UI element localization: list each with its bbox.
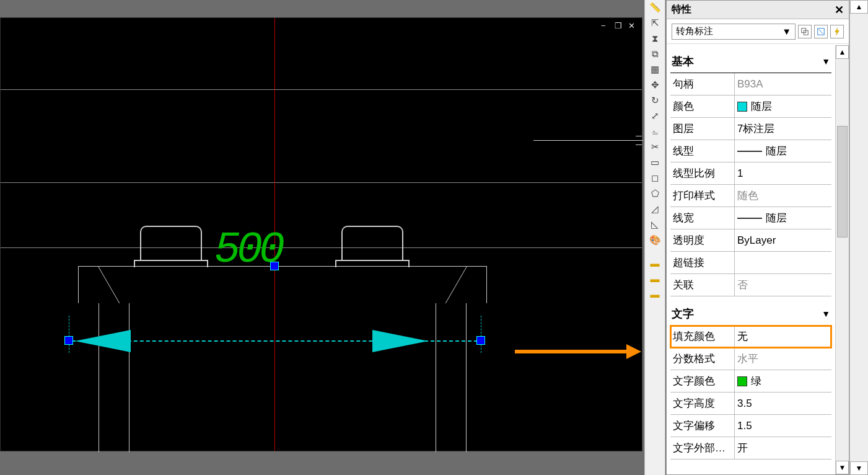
property-value-text: 1.5 <box>737 420 752 432</box>
dim-extension-left[interactable] <box>69 316 69 353</box>
property-row[interactable]: 句柄B93A <box>670 73 831 95</box>
property-row[interactable]: 文字高度3.5 <box>670 393 831 415</box>
rect-icon[interactable]: ▭ <box>647 157 662 171</box>
property-value[interactable]: 随层 <box>735 207 831 229</box>
property-key: 文字偏移 <box>670 415 735 437</box>
close-button[interactable]: ✕ <box>628 22 637 30</box>
mirror-icon[interactable]: ⧗ <box>647 33 662 47</box>
construction-line[interactable] <box>1 89 642 90</box>
panel-close-button[interactable]: ✕ <box>835 3 844 17</box>
minimize-button[interactable]: − <box>601 22 610 30</box>
layer3-icon[interactable]: ▬ <box>647 289 662 303</box>
property-row[interactable]: 线宽随层 <box>670 207 831 229</box>
property-row[interactable]: 填充颜色无 <box>670 326 831 348</box>
rotate-icon[interactable]: ↻ <box>647 95 662 109</box>
box-icon[interactable]: ◻ <box>647 172 662 186</box>
move-icon[interactable]: ✥ <box>647 79 662 93</box>
property-row[interactable]: 文字颜色绿 <box>670 370 831 393</box>
property-value-text: 随层 <box>766 211 787 225</box>
property-value[interactable]: 水平 <box>735 348 831 370</box>
tick-mark[interactable] <box>636 136 642 145</box>
outer-scroll-up[interactable]: ▲ <box>850 0 868 14</box>
dim-arrow-left[interactable] <box>75 330 131 352</box>
chain-icon[interactable]: ⧉ <box>647 48 662 62</box>
property-value-text: B93A <box>737 78 763 91</box>
grip-right[interactable] <box>476 336 485 345</box>
grip-left[interactable] <box>64 336 73 345</box>
paint-icon[interactable]: 🎨 <box>647 234 662 248</box>
desk-leg-right[interactable] <box>436 303 467 452</box>
poly-icon[interactable]: ⬠ <box>647 188 662 202</box>
property-value[interactable]: ByLayer <box>735 229 831 251</box>
property-value[interactable]: 无 <box>735 326 831 347</box>
property-value[interactable]: 1.5 <box>735 415 831 437</box>
chevron-down-icon: ▼ <box>822 309 830 319</box>
tool-column: 📏 ⇱ ⧗ ⧉ ▦ ✥ ↻ ⤢ ⎁ ✂ ▭ ◻ ⬠ ◿ ◺ 🎨 ▬ ▬ ▬ <box>644 0 665 475</box>
property-value[interactable]: 否 <box>735 274 831 296</box>
line-segment[interactable] <box>533 140 643 141</box>
property-row[interactable]: 颜色随层 <box>670 95 831 118</box>
property-key: 线型 <box>670 140 735 162</box>
property-row[interactable]: 分数格式水平 <box>670 348 831 370</box>
property-row[interactable]: 线型随层 <box>670 140 831 162</box>
dim-arrow-right[interactable] <box>372 330 428 352</box>
section-header[interactable]: 文字▼ <box>670 303 831 326</box>
property-row[interactable]: 文字偏移1.5 <box>670 415 831 437</box>
construction-line[interactable] <box>1 182 642 183</box>
section-header[interactable]: 基本▼ <box>670 50 831 73</box>
grid-icon[interactable]: ▦ <box>647 64 662 78</box>
property-key: 透明度 <box>670 229 735 251</box>
property-row[interactable]: 超链接 <box>670 252 831 274</box>
dim-extension-right[interactable] <box>481 316 481 353</box>
property-key: 分数格式 <box>670 348 735 370</box>
lightning-button[interactable] <box>830 25 844 38</box>
property-value[interactable]: 随层 <box>735 95 831 117</box>
properties-scrollbar[interactable]: ▲ ▼ <box>835 45 849 474</box>
property-value[interactable]: 开 <box>735 437 831 459</box>
desk-leg-left[interactable] <box>99 303 129 452</box>
property-value[interactable]: 绿 <box>735 370 831 392</box>
property-key: 图层 <box>670 118 735 140</box>
object-type-row: 转角标注 ▼ <box>667 19 849 44</box>
drawing-viewport[interactable]: − ❐ ✕ 500 <box>0 17 642 451</box>
property-row[interactable]: 线型比例1 <box>670 162 831 185</box>
object-type-value: 转角标注 <box>676 25 713 37</box>
property-value[interactable]: 3.5 <box>735 393 831 414</box>
layer1-icon[interactable]: ▬ <box>647 258 662 272</box>
construction-line[interactable] <box>1 247 642 248</box>
property-value[interactable]: 随层 <box>735 140 831 162</box>
property-value[interactable]: 1 <box>735 162 831 184</box>
scroll-down-button[interactable]: ▼ <box>836 461 849 474</box>
property-value[interactable]: 7标注层 <box>735 118 831 140</box>
angle-icon[interactable]: ◿ <box>647 203 662 217</box>
color-swatch <box>737 376 747 386</box>
scroll-thumb[interactable] <box>837 126 848 238</box>
property-key: 文字高度 <box>670 393 735 414</box>
object-type-select[interactable]: 转角标注 ▼ <box>672 24 796 40</box>
property-row[interactable]: 图层7标注层 <box>670 118 831 140</box>
layer2-icon[interactable]: ▬ <box>647 273 662 287</box>
angle2-icon[interactable]: ◺ <box>647 219 662 233</box>
desk-top[interactable] <box>78 266 487 303</box>
property-key: 线型比例 <box>670 162 735 184</box>
property-row[interactable]: 打印样式随色 <box>670 185 831 207</box>
property-row[interactable]: 透明度ByLayer <box>670 229 831 252</box>
property-value-text: 7标注层 <box>737 122 774 136</box>
property-value[interactable]: B93A <box>735 73 831 95</box>
select-icon[interactable]: ⇱ <box>647 17 662 31</box>
quick-select-button[interactable] <box>814 25 828 38</box>
scale-icon[interactable]: ⤢ <box>647 110 662 124</box>
grip-text[interactable] <box>270 262 279 270</box>
measure-icon[interactable]: 📏 <box>647 2 662 16</box>
trim-icon[interactable]: ✂ <box>647 141 662 155</box>
property-value[interactable] <box>735 252 831 273</box>
property-row[interactable]: 文字外部对...开 <box>670 437 831 459</box>
scroll-up-button[interactable]: ▲ <box>836 45 849 59</box>
property-row[interactable]: 关联否 <box>670 274 831 296</box>
outer-scrollbar[interactable]: ▲ ▼ <box>849 0 868 475</box>
outer-scroll-down[interactable]: ▼ <box>850 461 868 475</box>
align-icon[interactable]: ⎁ <box>647 126 662 140</box>
toggle-pai-button[interactable] <box>798 25 812 38</box>
restore-button[interactable]: ❐ <box>615 22 623 30</box>
property-value[interactable]: 随色 <box>735 185 831 206</box>
